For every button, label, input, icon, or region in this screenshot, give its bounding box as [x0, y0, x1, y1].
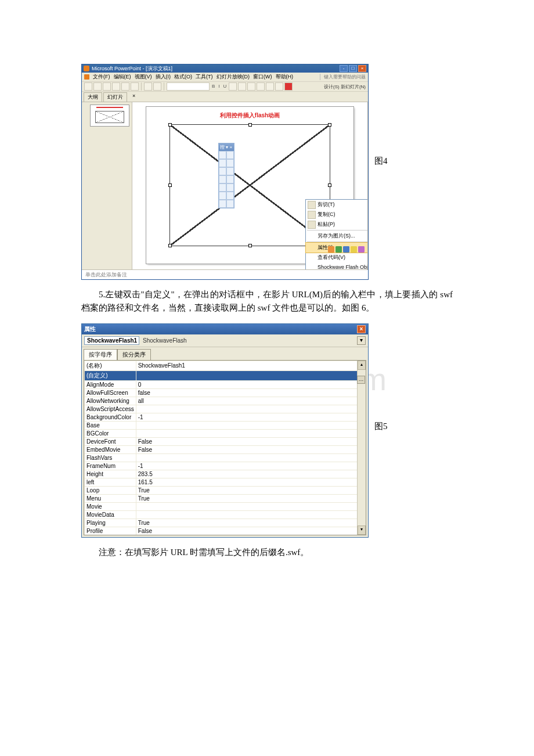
close-button[interactable]: ×	[358, 65, 366, 72]
property-value[interactable]: all	[136, 397, 365, 405]
toolbar-button[interactable]	[238, 82, 246, 91]
toolbox-titlebar[interactable]: 控 ▾ ×	[219, 143, 234, 151]
property-value[interactable]: False	[136, 437, 365, 445]
property-value[interactable]: 283.5	[136, 470, 365, 478]
property-row[interactable]: Base	[85, 421, 366, 429]
object-name-dropdown[interactable]: ShockwaveFlash1	[84, 336, 139, 345]
property-value[interactable]	[136, 502, 365, 510]
property-row[interactable]: Height283.5	[85, 470, 366, 478]
property-value[interactable]	[136, 370, 365, 380]
font-color-button[interactable]	[284, 82, 293, 91]
menu-insert[interactable]: 插入(I)	[156, 73, 171, 81]
scrollbar[interactable]: ▴ … ▾	[357, 361, 366, 535]
property-row[interactable]: BGColor	[85, 429, 366, 437]
property-row[interactable]: FrameNum-1	[85, 462, 366, 470]
property-value[interactable]: 161.5	[136, 478, 365, 486]
property-row[interactable]: Movie	[85, 502, 366, 510]
menu-file[interactable]: 文件(F)	[93, 73, 110, 81]
property-value[interactable]	[136, 421, 365, 429]
toolbar-button[interactable]	[229, 82, 237, 91]
tab-alphabetic[interactable]: 按字母序	[84, 349, 117, 361]
property-row[interactable]: AllowFullScreenfalse	[85, 388, 366, 397]
italic-button[interactable]: I	[217, 83, 221, 90]
ellipsis-button[interactable]: …	[357, 376, 365, 384]
property-row[interactable]: left161.5	[85, 478, 366, 486]
underline-button[interactable]: U	[222, 83, 228, 90]
ctx-cut[interactable]: 剪切(T)	[306, 200, 368, 210]
property-row[interactable]: DeviceFontFalse	[85, 437, 366, 445]
property-row[interactable]: (名称)ShockwaveFlash1	[85, 361, 366, 370]
toolbar-button[interactable]	[247, 82, 255, 91]
property-row[interactable]: AllowScriptAccess	[85, 405, 366, 413]
toolbar-button[interactable]	[266, 82, 274, 91]
property-row[interactable]: BackgroundColor-1	[85, 413, 366, 421]
scroll-down-button[interactable]: ▾	[358, 525, 366, 535]
property-value[interactable]: True	[136, 494, 365, 502]
property-value[interactable]: False	[136, 527, 365, 535]
minimize-button[interactable]: -	[340, 65, 348, 72]
chevron-down-icon[interactable]: ▾	[357, 336, 366, 345]
property-row[interactable]: MovieData	[85, 510, 366, 519]
property-row[interactable]: (自定义)	[85, 370, 366, 380]
property-value[interactable]: False	[136, 445, 365, 453]
property-row[interactable]: EmbedMovieFalse	[85, 445, 366, 453]
menu-format[interactable]: 格式(O)	[174, 73, 192, 81]
tab-outline[interactable]: 大纲	[84, 92, 102, 102]
property-value[interactable]	[136, 535, 365, 535]
help-search-hint[interactable]: 键入需要帮助的问题	[320, 74, 366, 80]
property-row[interactable]: ProfileAddress	[85, 535, 366, 535]
toolbar-button[interactable]	[153, 82, 161, 91]
toolbar-button[interactable]	[144, 82, 152, 91]
property-value[interactable]	[136, 429, 365, 437]
property-value[interactable]: -1	[136, 413, 365, 421]
toolbar-button[interactable]	[84, 82, 92, 91]
ctx-view-code[interactable]: 查看代码(V)	[306, 253, 368, 262]
property-row[interactable]: AlignMode0	[85, 380, 366, 388]
maximize-button[interactable]: □	[349, 65, 357, 72]
font-dropdown[interactable]	[167, 82, 210, 91]
property-value[interactable]: false	[136, 388, 365, 397]
menu-help[interactable]: 帮助(H)	[276, 73, 294, 81]
bold-button[interactable]: B	[211, 83, 216, 90]
menu-slideshow[interactable]: 幻灯片放映(D)	[217, 73, 250, 81]
property-value[interactable]: True	[136, 519, 365, 527]
ctx-save-as-image[interactable]: 另存为图片(S)...	[306, 231, 368, 241]
property-row[interactable]: FlashVars	[85, 453, 366, 462]
notes-placeholder[interactable]: 单击此处添加备注	[82, 269, 368, 280]
toolbar-button[interactable]	[257, 82, 265, 91]
property-row[interactable]: MenuTrue	[85, 494, 366, 502]
close-button[interactable]: ×	[357, 325, 366, 333]
property-row[interactable]: ProfileFalse	[85, 527, 366, 535]
property-value[interactable]: -1	[136, 462, 365, 470]
toolbar-button[interactable]	[131, 82, 139, 91]
menu-tools[interactable]: 工具(T)	[196, 73, 213, 81]
property-value[interactable]: True	[136, 486, 365, 494]
property-value[interactable]	[136, 453, 365, 462]
scroll-up-button[interactable]: ▴	[358, 361, 366, 370]
toolbar-button[interactable]	[103, 82, 111, 91]
ctx-swf-object[interactable]: Shockwave Flash Object对象(O)▸	[306, 262, 368, 269]
toolbar-button[interactable]	[275, 82, 283, 91]
ctx-copy[interactable]: 复制(C)	[306, 210, 368, 219]
property-row[interactable]: LoopTrue	[85, 486, 366, 494]
menu-view[interactable]: 视图(V)	[135, 73, 152, 81]
ctx-paste[interactable]: 粘贴(P)	[306, 219, 368, 229]
property-name: Menu	[85, 494, 136, 502]
toolbar-button[interactable]	[93, 82, 102, 91]
property-value[interactable]: 0	[136, 380, 365, 388]
tab-slides[interactable]: 幻灯片	[103, 92, 127, 102]
property-value[interactable]	[136, 405, 365, 413]
menu-edit[interactable]: 编辑(E)	[114, 73, 131, 81]
property-value[interactable]: ShockwaveFlash1	[136, 361, 365, 370]
design-newslide[interactable]: 设计(S) 新幻灯片(N)	[324, 84, 366, 90]
slide-thumbnail[interactable]	[90, 105, 129, 127]
tab-categorized[interactable]: 按分类序	[117, 349, 151, 361]
control-toolbox[interactable]: 控 ▾ ×	[218, 143, 234, 208]
toolbar-button[interactable]	[112, 82, 120, 91]
close-pane-button[interactable]: ×	[131, 92, 137, 102]
property-row[interactable]: AllowNetworkingall	[85, 397, 366, 405]
menu-window[interactable]: 窗口(W)	[253, 73, 272, 81]
toolbar-button[interactable]	[121, 82, 129, 91]
property-value[interactable]	[136, 510, 365, 519]
property-row[interactable]: PlayingTrue	[85, 519, 366, 527]
